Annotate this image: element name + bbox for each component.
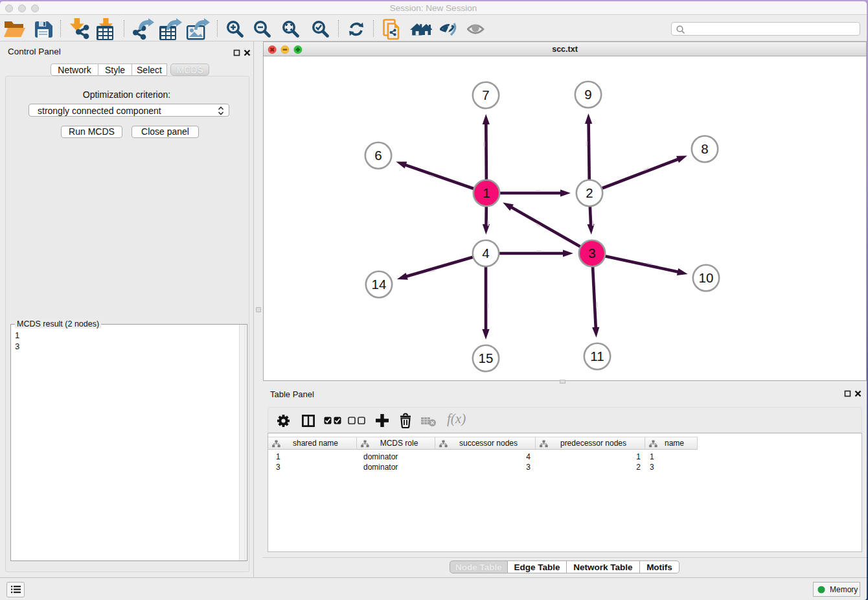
- svg-text:3: 3: [588, 246, 595, 260]
- svg-text:11: 11: [590, 349, 604, 363]
- svg-text:8: 8: [701, 141, 708, 156]
- svg-text:14: 14: [372, 277, 387, 292]
- svg-text:7: 7: [482, 87, 489, 102]
- svg-text:9: 9: [584, 87, 591, 102]
- svg-text:15: 15: [479, 351, 494, 365]
- svg-text:6: 6: [374, 148, 382, 163]
- svg-text:2: 2: [586, 185, 593, 200]
- svg-text:1: 1: [483, 185, 490, 200]
- svg-text:4: 4: [482, 246, 489, 260]
- svg-text:10: 10: [699, 270, 714, 285]
